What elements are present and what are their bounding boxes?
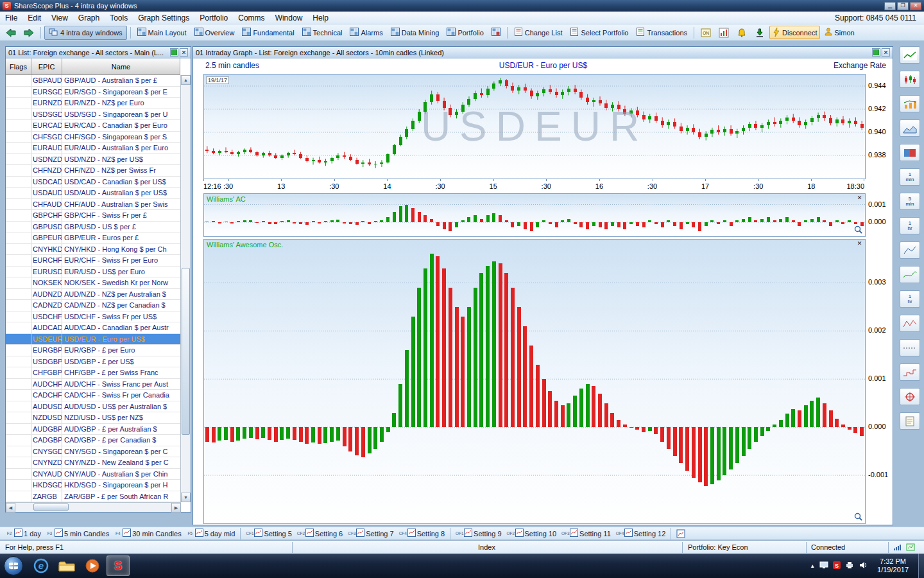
setting-button-7[interactable]: CF3Setting 7 xyxy=(346,528,395,539)
list-row[interactable]: AUDCADAUD/CAD - Canadian $ per Austr xyxy=(6,322,191,334)
alarms-button[interactable]: Alarms xyxy=(346,26,386,39)
williams-ac-panel[interactable]: Williams' AC ✕ xyxy=(203,193,866,237)
list-row[interactable]: EURCHFEUR/CHF - Swiss Fr per Euro xyxy=(6,255,191,267)
close-indicator-icon[interactable]: ✕ xyxy=(856,195,863,202)
alarm-button[interactable] xyxy=(733,26,750,39)
bid-ask-tool[interactable] xyxy=(900,144,920,161)
dotted-line-tool[interactable] xyxy=(900,339,920,356)
list-row[interactable]: USDCADUSD/CAD - Canadian $ per US$ xyxy=(6,177,191,188)
scroll-down-icon[interactable]: ▼ xyxy=(181,493,191,502)
close-icon[interactable]: ✕ xyxy=(882,48,890,57)
layout-link-icon[interactable] xyxy=(170,48,178,57)
media-player-icon[interactable] xyxy=(81,556,104,576)
setting-button-9[interactable]: OF1Setting 9 xyxy=(454,528,503,539)
line-chart-tool[interactable] xyxy=(900,46,920,64)
show-desktop-button[interactable] xyxy=(918,554,924,578)
display-tray-icon[interactable] xyxy=(819,561,828,570)
main-layout-button[interactable]: Main Layout xyxy=(134,26,190,39)
setting-button-11[interactable]: OF3Setting 11 xyxy=(560,528,613,539)
maximize-button[interactable]: ❐ xyxy=(897,2,909,10)
internet-explorer-icon[interactable]: e xyxy=(30,556,53,576)
data-mining-button[interactable]: Data Mining xyxy=(388,26,443,39)
menu-edit[interactable]: Edit xyxy=(22,12,46,24)
select-portfolio-button[interactable]: Select Portfolio xyxy=(567,26,631,39)
printer-tray-icon[interactable] xyxy=(845,561,854,570)
setting-button-4[interactable]: F55 day mid xyxy=(185,528,237,539)
list-row[interactable]: CADGBPCAD/GBP - £ per Canadian $ xyxy=(6,435,191,446)
list-row[interactable]: USDAUDUSD/AUD - Australian $ per US$ xyxy=(6,188,191,199)
list-row[interactable]: CHFNZDCHF/NZD - NZ$ per Swiss Fr xyxy=(6,165,191,177)
setting-button-12[interactable]: OF4Setting 12 xyxy=(614,528,668,539)
sharescope-tray-icon[interactable]: S xyxy=(833,561,841,570)
hourly-chart-tool[interactable]: 1hr xyxy=(900,290,920,308)
user-button[interactable]: Simon xyxy=(821,26,857,39)
list-row[interactable]: USDGBPUSD/GBP - £ per US$ xyxy=(6,356,191,368)
scrollbar-thumb[interactable] xyxy=(33,504,69,511)
intraday-windows-tab[interactable]: 4 intra day windows xyxy=(44,26,127,40)
change-list-button[interactable]: Change List xyxy=(511,26,566,39)
trend-line-tool[interactable] xyxy=(900,315,920,332)
list-window-titlebar[interactable]: 01 List: Foreign exchange - All sectors … xyxy=(6,47,191,58)
transactions-button[interactable]: Transactions xyxy=(633,26,690,39)
setting-button-2[interactable]: F35 min Candles xyxy=(44,528,111,539)
candlestick-tool[interactable] xyxy=(900,71,920,88)
list-row[interactable]: HKDSGDHKD/SGD - Singaporean $ per H xyxy=(6,480,191,491)
step-chart-tool[interactable] xyxy=(900,363,920,381)
technical-button[interactable]: Technical xyxy=(299,26,346,39)
setting-button-3[interactable]: F430 min Candles xyxy=(112,528,183,539)
list-row[interactable]: CADCHFCAD/CHF - Swiss Fr per Canadia xyxy=(6,390,191,401)
volume-icon[interactable] xyxy=(859,561,868,570)
tray-expand-icon[interactable]: ▲ xyxy=(810,563,815,569)
list-row[interactable]: EURGBPEUR/GBP - £ per Euro xyxy=(6,345,191,356)
menu-tools[interactable]: Tools xyxy=(105,12,133,24)
layout-link-icon[interactable] xyxy=(872,48,880,57)
list-row[interactable]: CNYHKDCNY/HKD - Hong Kong $ per Ch xyxy=(6,244,191,256)
crosshair-tool[interactable] xyxy=(900,388,920,405)
candlestick-chart[interactable]: USDEUR 19/1/17 xyxy=(203,74,866,179)
setting-button-6[interactable]: CF2Setting 6 xyxy=(295,528,345,539)
list-row[interactable]: GBPAUDGBP/AUD - Australian $ per £ xyxy=(6,75,191,87)
list-row[interactable]: GBPCHFGBP/CHF - Swiss Fr per £ xyxy=(6,210,191,222)
vertical-scrollbar[interactable]: ▲ ▼ xyxy=(180,75,191,502)
line-study-tool[interactable] xyxy=(900,241,920,259)
minimize-button[interactable]: ▁ xyxy=(884,2,896,10)
list-row[interactable]: CADNZDCAD/NZD - NZ$ per Canadian $ xyxy=(6,300,191,311)
menu-help[interactable]: Help xyxy=(307,12,334,24)
list-row[interactable]: GBPUSDGBP/USD - US $ per £ xyxy=(6,222,191,233)
column-header-name[interactable]: Name xyxy=(62,58,180,75)
list-row[interactable]: AUDUSDAUD/USD - US$ per Australian $ xyxy=(6,401,191,413)
list-row[interactable]: GBPEURGBP/EUR - Euros per £ xyxy=(6,232,191,244)
scroll-up-icon[interactable]: ▲ xyxy=(181,75,191,85)
file-explorer-icon[interactable] xyxy=(55,556,78,576)
list-row[interactable]: EURSGDEUR/SGD - Singaporean $ per E xyxy=(6,87,191,98)
list-row[interactable]: USDNZDUSD/NZD - NZ$ per US$ xyxy=(6,154,191,166)
close-button[interactable]: ✕ xyxy=(910,2,921,10)
area-chart-tool[interactable] xyxy=(900,119,920,137)
list-row[interactable]: AUDNZDAUD/NZD - NZ$ per Australian $ xyxy=(6,289,191,301)
list-row[interactable]: AUDCHFAUD/CHF - Swiss Franc per Aust xyxy=(6,379,191,390)
notes-tool[interactable] xyxy=(900,412,920,430)
intraday-on-button[interactable]: ON xyxy=(697,26,714,39)
horizontal-scrollbar[interactable]: ◀ ▶ xyxy=(6,502,181,512)
setting-button-5[interactable]: CF1Setting 5 xyxy=(244,528,293,539)
menu-graph[interactable]: Graph xyxy=(73,12,105,24)
close-indicator-icon[interactable]: ✕ xyxy=(856,240,863,247)
scroll-left-icon[interactable]: ◀ xyxy=(6,503,15,512)
list-row[interactable]: CNYSGDCNY/SGD - Singaporean $ per C xyxy=(6,446,191,458)
list-row[interactable]: CHFGBPCHF/GBP - £ per Swiss Franc xyxy=(6,367,191,379)
list-row[interactable]: EURAUDEUR/AUD - Australian $ per Euro xyxy=(6,143,191,154)
menu-graph-settings[interactable]: Graph Settings xyxy=(133,12,194,24)
export-button[interactable] xyxy=(751,26,768,39)
setting-button-1[interactable]: F21 day xyxy=(4,528,43,539)
list-row[interactable]: USDCHFUSD/CHF - Swiss Fr per US$ xyxy=(6,311,191,323)
list-row[interactable]: CNYNZDCNY/NZD - New Zealand $ per C xyxy=(6,457,191,469)
list-row[interactable]: EURUSDEUR/USD - US$ per Euro xyxy=(6,267,191,278)
forward-button[interactable] xyxy=(21,26,37,39)
list-row[interactable]: CNYAUDCNY/AUD - Australian $ per Chin xyxy=(6,469,191,480)
disconnect-button[interactable]: Disconnect xyxy=(769,26,820,39)
list-row[interactable]: AUDGBPAUD/GBP - £ per Australian $ xyxy=(6,424,191,435)
setting-button-10[interactable]: OF2Setting 10 xyxy=(505,528,559,539)
price-history-button[interactable] xyxy=(715,26,732,39)
list-row[interactable]: CHFSGDCHF/SGD - Singaporean $ per S xyxy=(6,132,191,143)
list-row[interactable]: EURNZDEUR/NZD - NZ$ per Euro xyxy=(6,98,191,109)
